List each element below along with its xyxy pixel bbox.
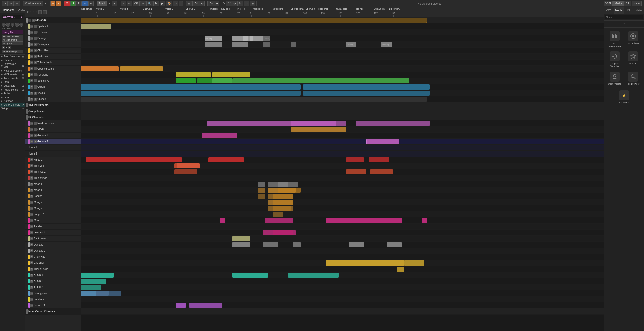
track-solo[interactable]: S [34, 61, 37, 64]
all-midi-inputs[interactable]: All MIDI Inputs [2, 38, 23, 42]
m-btn[interactable]: M [64, 1, 70, 6]
tab-media[interactable]: Media [614, 7, 624, 14]
clip-damage1[interactable]: Damag... [205, 36, 222, 41]
track-mute[interactable]: M [30, 164, 33, 167]
track-row-godwin1[interactable]: M S Godwin 1 [25, 133, 81, 139]
track-row-godwin2[interactable]: M S Godwin 2 [25, 139, 81, 145]
clip-aeon1a[interactable] [81, 273, 114, 278]
track-mute-btn[interactable]: M [32, 19, 35, 22]
track-mute[interactable]: M [30, 73, 33, 76]
string-machine[interactable]: String Ma... [2, 42, 23, 45]
track-row-endchoir2[interactable]: M End choir [25, 260, 81, 266]
clip-synthsolo2[interactable] [232, 236, 250, 241]
clip-moog3c[interactable] [326, 218, 402, 223]
instrument-box[interactable]: String Ma... [2, 30, 23, 34]
track-row-moog1b[interactable]: M Moog 1 [25, 187, 81, 193]
no-track-preset[interactable]: No Track Preset [2, 35, 23, 38]
clip-moog3b[interactable] [265, 218, 293, 223]
clip-ms20[interactable] [86, 157, 182, 162]
track-solo[interactable]: S [34, 43, 37, 46]
track-mute[interactable]: M [30, 255, 33, 258]
grid-item-file-browser[interactable]: File Browser [625, 70, 642, 87]
tab-meter[interactable]: Meter [634, 7, 644, 14]
favorites-item[interactable]: ★ Favorites [604, 89, 644, 105]
clip-opening2[interactable] [120, 66, 163, 71]
clip-damage2c[interactable] [263, 42, 270, 47]
tool-pencil[interactable]: ✏ [127, 1, 132, 6]
tool-playback[interactable]: ▶ [160, 1, 165, 6]
configurations-btn[interactable]: Configurations [23, 1, 43, 6]
clip-unused[interactable] [81, 97, 427, 102]
vsti-tab-btn[interactable]: VSTI [604, 1, 613, 6]
tool-marker[interactable]: | [179, 1, 183, 6]
track-row-damage2[interactable]: M S Damage 2 [25, 41, 81, 48]
quick-controls-item[interactable]: ▶ Quick Controls ⚙ [0, 103, 25, 107]
clip-opening[interactable] [81, 66, 119, 71]
tool-cut[interactable]: ✂ [140, 1, 146, 6]
clip-soundfx2[interactable] [197, 78, 212, 83]
tool-loop[interactable]: ⟳ [173, 1, 178, 6]
meter-tab-btn[interactable]: Meter [632, 1, 642, 6]
clip-tronvox2b[interactable] [346, 169, 366, 174]
touch-btn[interactable]: Touch [97, 1, 107, 6]
clip-structure[interactable] [81, 18, 427, 23]
track-row-nord[interactable]: M S Nord Hammond [25, 120, 81, 126]
clip-tubular-l[interactable] [397, 267, 404, 272]
track-row-padder[interactable]: M Padder [25, 224, 81, 230]
clip-damage2f[interactable]: Damag... [381, 42, 392, 47]
clip-moog1a3[interactable] [278, 182, 298, 187]
inspector-tab[interactable]: Inspector [2, 8, 15, 12]
track-row-cp70[interactable]: M S CP70 [25, 126, 81, 133]
chords-item[interactable]: ▶ Chords [0, 58, 25, 62]
track-row-tronvox[interactable]: M Tron Vox [25, 163, 81, 169]
clip-damage2d[interactable] [291, 42, 296, 47]
clip-fatdrone2[interactable] [212, 72, 250, 77]
clip-damage2b[interactable] [232, 42, 248, 47]
track-row-fat-drone[interactable]: M S Fat drone [25, 72, 81, 78]
track-mute[interactable]: M [30, 213, 33, 216]
track-solo[interactable]: S [34, 31, 37, 34]
tab-vsti[interactable]: VSTI [604, 7, 614, 14]
redo-btn[interactable]: ↻ [8, 1, 14, 6]
clip-guitars2[interactable] [303, 84, 430, 90]
clip-synth1[interactable] [81, 24, 111, 29]
track-row-vocals[interactable]: M S Vocals [25, 90, 81, 96]
track-mute[interactable]: M [30, 170, 33, 173]
track-row-fx[interactable]: FX Channels [25, 114, 81, 120]
snap-btn[interactable]: ⊞ [186, 1, 192, 6]
track-mute[interactable]: M [30, 274, 33, 277]
note-expression-item[interactable]: ▶ Note Expression [0, 69, 25, 73]
no-drum-map[interactable]: No Drum Map [2, 50, 23, 53]
track-solo[interactable]: S [34, 128, 37, 131]
cr-tab-btn[interactable]: CR [624, 1, 631, 6]
clip-damage-l1[interactable] [232, 242, 250, 247]
clip-aeon2[interactable] [81, 279, 106, 284]
track-row-moog2a[interactable]: M Moog 2 [25, 199, 81, 205]
equalizers-item[interactable]: ▶ Equalizers ⊞ [0, 84, 25, 88]
tool-mute[interactable]: M [153, 1, 159, 6]
clip-moog3a[interactable] [220, 218, 225, 223]
clip-damage4[interactable] [243, 36, 253, 41]
track-row-unused[interactable]: M S Unused [25, 96, 81, 102]
grid-item-vsti[interactable]: VST Instruments [606, 30, 624, 49]
expression-map-item[interactable]: ▶ Expression Map ⊞ [0, 62, 25, 69]
track-mute[interactable]: M [30, 298, 33, 301]
marker-btn[interactable]: ● [50, 1, 55, 6]
track-mute[interactable]: M [30, 176, 33, 180]
track-row-tubular2[interactable]: M Tubular bells [25, 266, 81, 272]
track-mute[interactable]: M [30, 92, 33, 95]
clip-damage-l3[interactable] [293, 242, 301, 247]
track-mute[interactable]: M [30, 128, 33, 131]
track-row-synth-solo2[interactable]: M Synth solo [25, 236, 81, 242]
setup-item[interactable]: ▶ Setup [0, 95, 25, 99]
track-row-synth-solo[interactable]: M S Synth solo [25, 23, 81, 29]
track-mute[interactable]: M [30, 280, 33, 283]
track-row-group[interactable]: Group Tracks [25, 108, 81, 114]
track-mute[interactable]: M [30, 79, 33, 82]
track-row-io[interactable]: Input/Output Channels [25, 308, 81, 315]
tool-color[interactable]: 🎨 [166, 1, 172, 6]
r-btn[interactable]: R [76, 1, 81, 6]
clip-aeon3[interactable] [81, 285, 101, 290]
track-row-moog2b[interactable]: M Moog 2 [25, 205, 81, 211]
track-mute[interactable]: M [30, 25, 33, 28]
